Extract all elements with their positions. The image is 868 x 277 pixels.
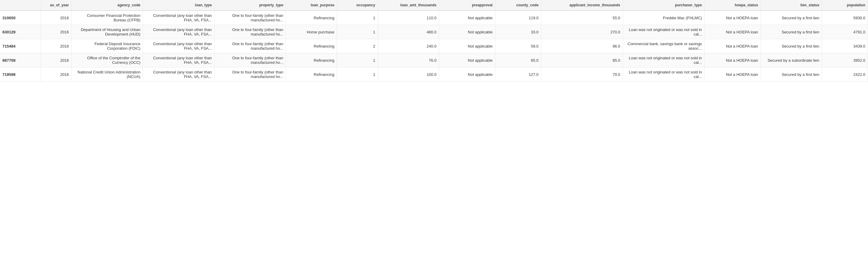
column-header-preapproval: preapproval <box>439 0 495 10</box>
column-header-lien_status: lien_status <box>761 0 822 10</box>
cell-as_of_year: 2016 <box>41 39 72 53</box>
cell-preapproval: Not applicable <box>439 10 495 25</box>
cell-loan_amt_thousands: 100.0 <box>378 67 439 82</box>
cell-loan_type: Conventional (any loan other than FHA, V… <box>143 25 214 39</box>
cell-hoepa_status: Not a HOEPA loan <box>705 67 761 82</box>
cell-occupancy: 1 <box>337 25 378 39</box>
cell-population: 2422.0 <box>822 67 868 82</box>
cell-purchaser_type: Loan was not originated or was not sold … <box>623 53 704 67</box>
cell-hoepa_status: Not a HOEPA loan <box>705 10 761 25</box>
cell-agency_code: Federal Deposit Insurance Corporation (F… <box>71 39 143 53</box>
cell-preapproval: Not applicable <box>439 39 495 53</box>
cell-applicant_income_thousands: 270.0 <box>541 25 623 39</box>
cell-id: 310650 <box>0 10 41 25</box>
cell-occupancy: 2 <box>337 39 378 53</box>
cell-applicant_income_thousands: 85.0 <box>541 53 623 67</box>
cell-county_code: 59.0 <box>495 39 541 53</box>
column-header-purchaser_type: purchaser_type <box>623 0 704 10</box>
cell-property_type: One to four-family (other than manufactu… <box>214 67 286 82</box>
data-table-container: as_of_yearagency_codeloan_typeproperty_t… <box>0 0 868 82</box>
cell-loan_purpose: Refinancing <box>286 39 337 53</box>
cell-property_type: One to four-family (other than manufactu… <box>214 53 286 67</box>
column-header-hoepa_status: hoepa_status <box>705 0 761 10</box>
cell-as_of_year: 2016 <box>41 25 72 39</box>
cell-preapproval: Not applicable <box>439 67 495 82</box>
cell-agency_code: Office of the Comptroller of the Currenc… <box>71 53 143 67</box>
cell-lien_status: Secured by a first lien <box>761 67 822 82</box>
cell-loan_type: Conventional (any loan other than FHA, V… <box>143 67 214 82</box>
cell-agency_code: Department of Housing and Urban Developm… <box>71 25 143 39</box>
cell-id: 719598 <box>0 67 41 82</box>
cell-county_code: 127.0 <box>495 67 541 82</box>
cell-county_code: 33.0 <box>495 25 541 39</box>
cell-id: 887708 <box>0 53 41 67</box>
cell-loan_type: Conventional (any loan other than FHA, V… <box>143 10 214 25</box>
table-header-row: as_of_yearagency_codeloan_typeproperty_t… <box>0 0 868 10</box>
cell-loan_purpose: Refinancing <box>286 53 337 67</box>
cell-loan_amt_thousands: 76.0 <box>378 53 439 67</box>
cell-purchaser_type: Commercial bank, savings bank or savings… <box>623 39 704 53</box>
cell-loan_amt_thousands: 110.0 <box>378 10 439 25</box>
table-row[interactable]: 6301292016Department of Housing and Urba… <box>0 25 868 39</box>
cell-hoepa_status: Not a HOEPA loan <box>705 53 761 67</box>
cell-lien_status: Secured by a subordinate lien <box>761 53 822 67</box>
cell-property_type: One to four-family (other than manufactu… <box>214 39 286 53</box>
table-row[interactable]: 7195982016National Credit Union Administ… <box>0 67 868 82</box>
cell-loan_purpose: Refinancing <box>286 10 337 25</box>
column-header-as_of_year: as_of_year <box>41 0 72 10</box>
column-header-county_code: county_code <box>495 0 541 10</box>
cell-purchaser_type: Loan was not originated or was not sold … <box>623 67 704 82</box>
cell-county_code: 65.0 <box>495 53 541 67</box>
cell-property_type: One to four-family (other than manufactu… <box>214 10 286 25</box>
cell-occupancy: 1 <box>337 10 378 25</box>
column-header-agency_code: agency_code <box>71 0 143 10</box>
cell-loan_type: Conventional (any loan other than FHA, V… <box>143 39 214 53</box>
column-header-occupancy: occupancy <box>337 0 378 10</box>
cell-id: 715484 <box>0 39 41 53</box>
cell-occupancy: 1 <box>337 53 378 67</box>
cell-loan_amt_thousands: 480.0 <box>378 25 439 39</box>
cell-preapproval: Not applicable <box>439 53 495 67</box>
cell-lien_status: Secured by a first lien <box>761 39 822 53</box>
cell-applicant_income_thousands: 55.0 <box>541 10 623 25</box>
cell-applicant_income_thousands: 96.0 <box>541 39 623 53</box>
cell-loan_purpose: Refinancing <box>286 67 337 82</box>
cell-loan_purpose: Home purchase <box>286 25 337 39</box>
cell-property_type: One to four-family (other than manufactu… <box>214 25 286 39</box>
cell-loan_amt_thousands: 240.0 <box>378 39 439 53</box>
column-header-population: population <box>822 0 868 10</box>
table-row[interactable]: 3106502016Consumer Financial Protection … <box>0 10 868 25</box>
cell-population: 4791.0 <box>822 25 868 39</box>
cell-hoepa_status: Not a HOEPA loan <box>705 39 761 53</box>
cell-population: 5930.0 <box>822 10 868 25</box>
cell-agency_code: National Credit Union Administration (NC… <box>71 67 143 82</box>
cell-agency_code: Consumer Financial Protection Bureau (CF… <box>71 10 143 25</box>
column-header-applicant_income_thousands: applicant_income_thousands <box>541 0 623 10</box>
cell-id: 630129 <box>0 25 41 39</box>
cell-applicant_income_thousands: 70.0 <box>541 67 623 82</box>
cell-as_of_year: 2016 <box>41 67 72 82</box>
cell-population: 3952.0 <box>822 53 868 67</box>
cell-county_code: 119.0 <box>495 10 541 25</box>
cell-as_of_year: 2016 <box>41 10 72 25</box>
cell-as_of_year: 2016 <box>41 53 72 67</box>
column-header-id <box>0 0 41 10</box>
column-header-loan_purpose: loan_purpose <box>286 0 337 10</box>
cell-occupancy: 1 <box>337 67 378 82</box>
table-row[interactable]: 8877082016Office of the Comptroller of t… <box>0 53 868 67</box>
data-table: as_of_yearagency_codeloan_typeproperty_t… <box>0 0 868 82</box>
cell-lien_status: Secured by a first lien <box>761 10 822 25</box>
column-header-property_type: property_type <box>214 0 286 10</box>
cell-purchaser_type: Loan was not originated or was not sold … <box>623 25 704 39</box>
cell-lien_status: Secured by a first lien <box>761 25 822 39</box>
column-header-loan_amt_thousands: loan_amt_thousands <box>378 0 439 10</box>
cell-population: 3439.0 <box>822 39 868 53</box>
cell-preapproval: Not applicable <box>439 25 495 39</box>
column-header-loan_type: loan_type <box>143 0 214 10</box>
cell-hoepa_status: Not a HOEPA loan <box>705 25 761 39</box>
table-row[interactable]: 7154842016Federal Deposit Insurance Corp… <box>0 39 868 53</box>
cell-purchaser_type: Freddie Mac (FHLMC) <box>623 10 704 25</box>
cell-loan_type: Conventional (any loan other than FHA, V… <box>143 53 214 67</box>
